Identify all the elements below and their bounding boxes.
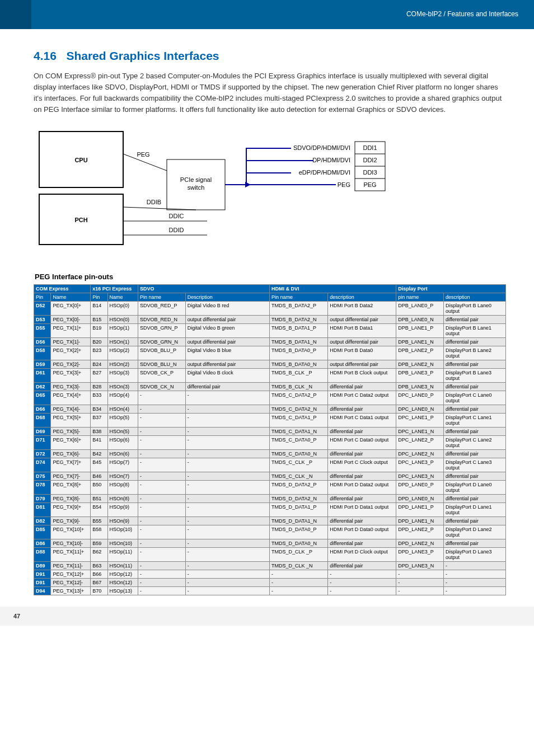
col-group: x16 PCI Express <box>91 284 138 293</box>
svg-text:eDP/DP/HDMI/DVI: eDP/DP/HDMI/DVI <box>299 169 350 176</box>
col-header: Pin <box>34 293 51 301</box>
table-row: D79PEG_TX[8]-B51HSOn(8)--TMDS_D_DATA2_Nd… <box>34 494 506 503</box>
block-diagram: CPU PCH PCIe signal switch DDI1 DDI2 DDI… <box>34 126 392 255</box>
svg-text:PEG: PEG <box>137 151 149 158</box>
col-group: COM Express <box>34 284 91 293</box>
table-row: D81PEG_TX[9]+B54HSOp(9)--TMDS_D_DATA1_PH… <box>34 503 506 516</box>
table-row: D82PEG_TX[9]-B55HSOn(9)--TMDS_D_DATA1_Nd… <box>34 516 506 525</box>
svg-text:DP/HDMI/DVI: DP/HDMI/DVI <box>312 157 350 163</box>
svg-text:PEG: PEG <box>363 181 376 188</box>
pch-label: PCH <box>74 217 87 223</box>
table-row: D53PEG_TX[0]-B15HSOn(0)SDVOB_RED_Noutput… <box>34 315 506 323</box>
breadcrumb: COMe-bIP2 / Features and Interfaces <box>406 10 518 18</box>
col-group: Display Port <box>396 284 506 293</box>
table-row: D91PEG_TX[12]-B67HSOn(12)------ <box>34 578 506 586</box>
table-title: PEG Interface pin-outs <box>35 273 506 281</box>
footer: 47 <box>0 607 534 626</box>
svg-text:DDI3: DDI3 <box>363 169 377 176</box>
svg-text:SDVO/DP/HDMI/DVI: SDVO/DP/HDMI/DVI <box>293 144 350 151</box>
col-header: Pin <box>91 293 107 301</box>
col-header: pin name <box>396 293 444 301</box>
cpu-label: CPU <box>74 157 87 163</box>
svg-text:PEG: PEG <box>338 181 350 188</box>
col-header: Pin name <box>138 293 185 301</box>
table-row: D69PEG_TX[5]-B38HSOn(5)--TMDS_C_DATA1_Nd… <box>34 427 506 435</box>
page-number: 47 <box>13 613 20 619</box>
table-row: D62PEG_TX[3]-B28HSOn(3)SDVOB_CK_Ndiffere… <box>34 382 506 391</box>
svg-text:DDIB: DDIB <box>147 199 161 205</box>
table-row: D52PEG_TX[0]+B14HSOp(0)SDVOB_RED_PDigita… <box>34 301 506 315</box>
table-row: D59PEG_TX[2]-B24HSOn(2)SDVOB_BLU_Noutput… <box>34 360 506 368</box>
table-row: D66PEG_TX[4]-B34HSOn(4)--TMDS_C_DATA2_Nd… <box>34 405 506 413</box>
table-row: D71PEG_TX[6]+B41HSOp(6)--TMDS_C_DATA0_PH… <box>34 435 506 449</box>
table-row: D61PEG_TX[3]+B27HSOp(3)SDVOB_CK_PDigital… <box>34 368 506 382</box>
table-row: D72PEG_TX[6]-B42HSOn(6)--TMDS_C_DATA0_Nd… <box>34 449 506 458</box>
table-row: D75PEG_TX[7]-B46HSOn(7)--TMDS_C_CLK _Ndi… <box>34 472 506 480</box>
svg-text:DDIC: DDIC <box>169 213 184 219</box>
table-row: D88PEG_TX[11]+B62HSOp(11)--TMDS_D_CLK _P… <box>34 547 506 561</box>
col-header: Description <box>185 293 269 301</box>
header-notch <box>0 0 31 29</box>
intro-paragraph: On COM Express® pin-out Type 2 based Com… <box>34 71 506 116</box>
svg-marker-17 <box>245 182 251 187</box>
svg-text:DDI2: DDI2 <box>363 157 377 163</box>
pinout-table: COM Expressx16 PCI ExpressSDVOHDMI & DVI… <box>34 284 506 595</box>
table-row: D56PEG_TX[1]-B20HSOn(1)SDVOB_GRN_Noutput… <box>34 337 506 346</box>
table-row: D86PEG_TX[10]-B59HSOn(10)--TMDS_D_DATA0_… <box>34 539 506 547</box>
svg-text:DDI1: DDI1 <box>363 144 377 151</box>
table-row: D55PEG_TX[1]+B19HSOp(1)SDVOB_GRN_PDigita… <box>34 323 506 337</box>
section-name: Shared Graphics Interfaces <box>66 49 219 62</box>
table-row: D91PEG_TX[12]+B66HSOp(12)------ <box>34 570 506 578</box>
col-group: SDVO <box>138 284 269 293</box>
svg-text:DDID: DDID <box>169 227 184 233</box>
table-row: D68PEG_TX[5]+B37HSOp(5)--TMDS_C_DATA1_PH… <box>34 413 506 427</box>
table-row: D58PEG_TX[2]+B23HSOp(2)SDVOB_BLU_PDigita… <box>34 346 506 360</box>
header-bar: COMe-bIP2 / Features and Interfaces <box>0 0 534 29</box>
section-number: 4.16 <box>34 49 57 62</box>
col-header: description <box>328 293 396 301</box>
table-row: D94PEG_TX[13]+B70HSOp(13)------ <box>34 586 506 595</box>
table-row: D78PEG_TX[8]+B50HSOp(8)--TMDS_D_DATA2_PH… <box>34 480 506 494</box>
switch-label-1: PCIe signal <box>180 176 212 183</box>
col-header: Name <box>51 293 91 301</box>
table-row: D89PEG_TX[11]-B63HSOn(11)--TMDS_D_CLK _N… <box>34 561 506 570</box>
col-header: description <box>443 293 505 301</box>
table-row: D65PEG_TX[4]+B33HSOp(4)--TMDS_C_DATA2_PH… <box>34 391 506 405</box>
col-group: HDMI & DVI <box>269 284 396 293</box>
col-header: Pin name <box>269 293 327 301</box>
switch-label-2: switch <box>188 184 205 191</box>
section-title: 4.16 Shared Graphics Interfaces <box>34 49 506 63</box>
col-header: Name <box>107 293 138 301</box>
table-row: D74PEG_TX[7]+B45HSOp(7)--TMDS_C_CLK _PHD… <box>34 458 506 472</box>
table-row: D85PEG_TX[10]+B58HSOp(10)--TMDS_D_DATA0_… <box>34 525 506 539</box>
